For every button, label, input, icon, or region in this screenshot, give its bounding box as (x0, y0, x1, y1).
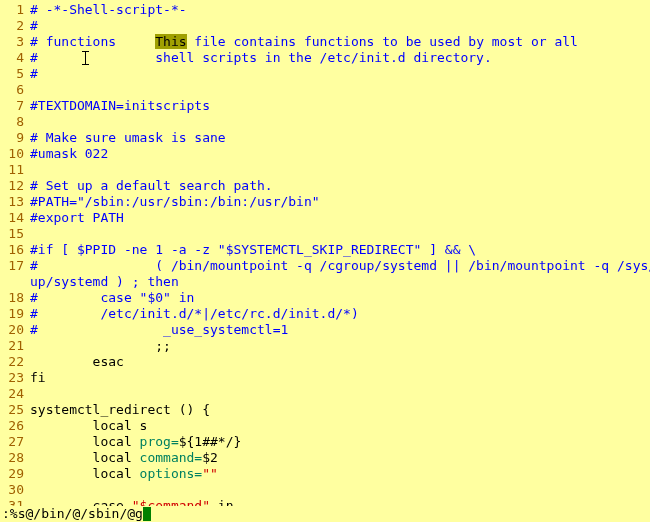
line-number: 7 (0, 98, 30, 114)
line-number: 27 (0, 434, 30, 450)
line-number: 25 (0, 402, 30, 418)
line-number: 8 (0, 114, 30, 130)
code-line[interactable]: 25systemctl_redirect () { (0, 402, 650, 418)
code-line[interactable]: 15 (0, 226, 650, 242)
code-line[interactable]: 3# functions This file contains function… (0, 34, 650, 50)
line-number: 17 (0, 258, 30, 274)
line-number: 12 (0, 178, 30, 194)
line-content[interactable]: local options="" (30, 466, 650, 482)
line-content[interactable] (30, 114, 650, 130)
code-line[interactable]: 13#PATH="/sbin:/usr/sbin:/bin:/usr/bin" (0, 194, 650, 210)
line-number: 26 (0, 418, 30, 434)
code-line[interactable]: 21 ;; (0, 338, 650, 354)
line-content[interactable]: esac (30, 354, 650, 370)
line-content[interactable]: # Make sure umask is sane (30, 130, 650, 146)
line-number: 5 (0, 66, 30, 82)
line-content[interactable]: # /etc/init.d/*|/etc/rc.d/init.d/*) (30, 306, 650, 322)
line-number: 23 (0, 370, 30, 386)
line-number (0, 274, 30, 290)
line-number: 22 (0, 354, 30, 370)
line-content[interactable]: # ( /bin/mountpoint -q /cgroup/systemd |… (30, 258, 650, 274)
line-content[interactable]: up/systemd ) ; then (30, 274, 650, 290)
line-number: 16 (0, 242, 30, 258)
code-line[interactable]: up/systemd ) ; then (0, 274, 650, 290)
line-number: 28 (0, 450, 30, 466)
code-line[interactable]: 24 (0, 386, 650, 402)
code-line[interactable]: 19# /etc/init.d/*|/etc/rc.d/init.d/*) (0, 306, 650, 322)
line-content[interactable]: local s (30, 418, 650, 434)
code-line[interactable]: 28 local command=$2 (0, 450, 650, 466)
line-content[interactable] (30, 162, 650, 178)
line-number: 15 (0, 226, 30, 242)
code-line[interactable]: 10#umask 022 (0, 146, 650, 162)
code-line[interactable]: 23fi (0, 370, 650, 386)
line-content[interactable]: #export PATH (30, 210, 650, 226)
code-line[interactable]: 26 local s (0, 418, 650, 434)
line-content[interactable]: # (30, 18, 650, 34)
command-cursor (143, 507, 151, 521)
line-content[interactable]: #TEXTDOMAIN=initscripts (30, 98, 650, 114)
line-number: 13 (0, 194, 30, 210)
line-number: 30 (0, 482, 30, 498)
command-text: :%s@/bin/@/sbin/@g (2, 506, 143, 522)
line-content[interactable]: fi (30, 370, 650, 386)
line-content[interactable]: # Set up a default search path. (30, 178, 650, 194)
code-line[interactable]: 8 (0, 114, 650, 130)
code-line[interactable]: 29 local options="" (0, 466, 650, 482)
line-number: 1 (0, 2, 30, 18)
code-line[interactable]: 2# (0, 18, 650, 34)
line-content[interactable]: ;; (30, 338, 650, 354)
code-line[interactable]: 20# _use_systemctl=1 (0, 322, 650, 338)
line-content[interactable]: #if [ $PPID -ne 1 -a -z "$SYSTEMCTL_SKIP… (30, 242, 650, 258)
code-line[interactable]: 16#if [ $PPID -ne 1 -a -z "$SYSTEMCTL_SK… (0, 242, 650, 258)
line-number: 11 (0, 162, 30, 178)
code-line[interactable]: 5# (0, 66, 650, 82)
line-content[interactable]: systemctl_redirect () { (30, 402, 650, 418)
line-number: 24 (0, 386, 30, 402)
code-lines[interactable]: 1# -*-Shell-script-*-2#3# functions This… (0, 0, 650, 522)
line-content[interactable] (30, 482, 650, 498)
line-content[interactable]: # (30, 66, 650, 82)
line-content[interactable] (30, 82, 650, 98)
line-content[interactable]: #PATH="/sbin:/usr/sbin:/bin:/usr/bin" (30, 194, 650, 210)
code-line[interactable]: 27 local prog=${1##*/} (0, 434, 650, 450)
line-content[interactable]: # case "$0" in (30, 290, 650, 306)
line-number: 29 (0, 466, 30, 482)
code-line[interactable]: 12# Set up a default search path. (0, 178, 650, 194)
line-number: 18 (0, 290, 30, 306)
line-content[interactable]: #umask 022 (30, 146, 650, 162)
line-number: 21 (0, 338, 30, 354)
line-number: 10 (0, 146, 30, 162)
editor-viewport[interactable]: 1# -*-Shell-script-*-2#3# functions This… (0, 0, 650, 522)
line-content[interactable] (30, 226, 650, 242)
code-line[interactable]: 14#export PATH (0, 210, 650, 226)
line-content[interactable]: local command=$2 (30, 450, 650, 466)
line-number: 4 (0, 50, 30, 66)
code-line[interactable]: 18# case "$0" in (0, 290, 650, 306)
line-content[interactable] (30, 386, 650, 402)
code-line[interactable]: 1# -*-Shell-script-*- (0, 2, 650, 18)
code-line[interactable]: 9# Make sure umask is sane (0, 130, 650, 146)
line-content[interactable]: # shell scripts in the /etc/init.d direc… (30, 50, 650, 66)
code-line[interactable]: 22 esac (0, 354, 650, 370)
command-line[interactable]: :%s@/bin/@/sbin/@g (0, 506, 650, 522)
line-number: 20 (0, 322, 30, 338)
code-line[interactable]: 30 (0, 482, 650, 498)
line-number: 2 (0, 18, 30, 34)
line-number: 9 (0, 130, 30, 146)
code-line[interactable]: 7#TEXTDOMAIN=initscripts (0, 98, 650, 114)
code-line[interactable]: 11 (0, 162, 650, 178)
line-content[interactable]: # functions This file contains functions… (30, 34, 650, 50)
line-content[interactable]: local prog=${1##*/} (30, 434, 650, 450)
line-content[interactable]: # _use_systemctl=1 (30, 322, 650, 338)
code-line[interactable]: 17# ( /bin/mountpoint -q /cgroup/systemd… (0, 258, 650, 274)
line-number: 6 (0, 82, 30, 98)
line-number: 14 (0, 210, 30, 226)
code-line[interactable]: 4# shell scripts in the /etc/init.d dire… (0, 50, 650, 66)
code-line[interactable]: 6 (0, 82, 650, 98)
line-number: 19 (0, 306, 30, 322)
line-content[interactable]: # -*-Shell-script-*- (30, 2, 650, 18)
line-number: 3 (0, 34, 30, 50)
